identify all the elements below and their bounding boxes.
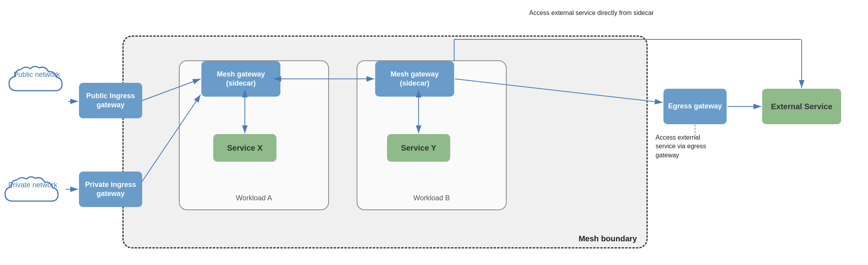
diagram: Workload A Workload B Mesh boundary Publ… [0,0,868,265]
external-service: External Service [762,89,841,124]
mesh-boundary-label: Mesh boundary [579,234,637,243]
mesh-gateway-a: Mesh gateway (sidecar) [201,61,280,97]
annotation-egress: Access externalservice via egressgateway [656,133,706,160]
private-network-cloud: Private network [1,170,64,218]
workload-a-label: Workload A [236,194,272,202]
service-x: Service X [213,134,276,162]
annotation-direct: Access external service directly from si… [529,9,654,17]
mesh-gateway-b: Mesh gateway (sidecar) [375,61,454,97]
public-network-label: Public network [5,70,68,79]
egress-gateway: Egress gateway [663,89,727,124]
private-network-label: Private network [1,181,64,190]
public-ingress-gateway: Public Ingress gateway [79,83,142,118]
workload-b-label: Workload B [413,194,450,202]
service-y: Service Y [387,134,450,162]
public-network-cloud: Public network [5,59,68,108]
private-ingress-gateway: Private Ingress gateway [79,172,142,207]
